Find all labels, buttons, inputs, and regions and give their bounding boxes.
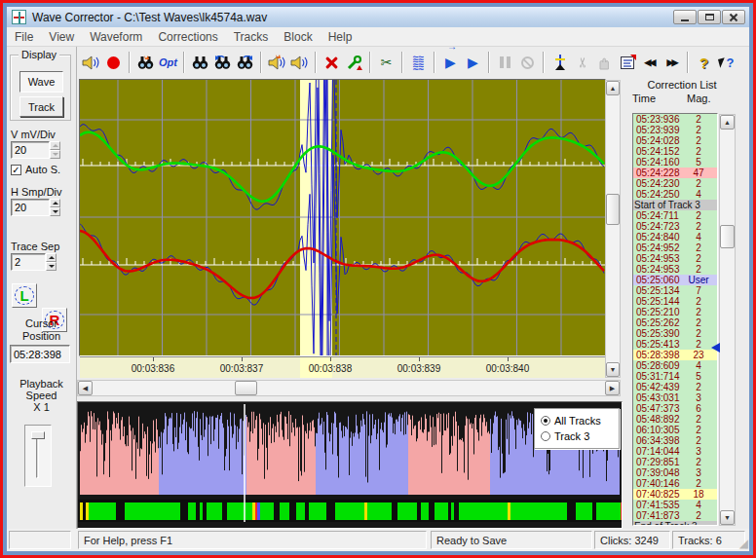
title-bar[interactable]: Wave Corrector - C:\Test Waves\lk4574a.w…: [7, 7, 749, 27]
waveform-hscrollbar[interactable]: ◀ ▶: [77, 380, 621, 396]
correction-list-scrollbar[interactable]: ▲ ▼: [719, 114, 736, 526]
list-scroll-down-button[interactable]: ▼: [720, 510, 735, 525]
prev-track-icon[interactable]: ◀◀: [638, 52, 661, 74]
hscroll-thumb[interactable]: [235, 381, 257, 395]
correction-row[interactable]: 05:28:39823: [633, 350, 717, 360]
slider-thumb[interactable]: [31, 431, 45, 439]
correction-row[interactable]: 05:31:7145: [633, 371, 717, 382]
menu-help[interactable]: Help: [321, 28, 360, 46]
correction-row[interactable]: 05:23:9392: [633, 125, 717, 135]
correction-row[interactable]: 05:24:8404: [633, 232, 717, 242]
next-track-icon[interactable]: ▶▶: [661, 52, 683, 74]
context-help-icon[interactable]: ?: [715, 52, 737, 74]
vscroll-thumb[interactable]: [606, 194, 620, 225]
radio-all-tracks[interactable]: All Tracks: [541, 413, 619, 428]
delete-correction-icon[interactable]: [321, 52, 343, 74]
radio-track-3[interactable]: Track 3: [541, 428, 619, 444]
cursor-position-field[interactable]: 05:28:398: [10, 345, 70, 363]
h-div-spinner[interactable]: [50, 199, 60, 216]
waveform-display[interactable]: [80, 80, 605, 355]
correction-row[interactable]: 05:24:2504: [633, 189, 717, 200]
correction-row[interactable]: 07:40:1462: [633, 478, 717, 489]
correction-row[interactable]: 06:10:3052: [633, 425, 717, 435]
minimize-button[interactable]: [673, 10, 697, 24]
correction-row[interactable]: 05:25:4132: [633, 339, 717, 350]
resize-grip-icon[interactable]: ◢: [739, 538, 748, 549]
trace-sep-spinner[interactable]: [46, 253, 57, 271]
find-next-icon[interactable]: [234, 52, 256, 74]
correction-row[interactable]: 07:39:0483: [633, 467, 717, 478]
scan-clicks-icon[interactable]: [134, 52, 157, 74]
find-click-icon[interactable]: [189, 52, 211, 74]
play-block-icon[interactable]: →▶: [439, 52, 462, 74]
correction-row[interactable]: 07:41:5354: [633, 500, 717, 510]
correction-row[interactable]: 05:23:9362: [633, 114, 717, 125]
waveform-vscrollbar[interactable]: ▲ ▼: [605, 80, 621, 378]
correction-row[interactable]: 05:48:8922: [633, 414, 717, 425]
insert-marker-icon[interactable]: [548, 52, 571, 74]
speaker-monitor-icon[interactable]: [80, 52, 102, 74]
playback-speed-slider[interactable]: [24, 425, 52, 487]
maximize-button[interactable]: [698, 10, 721, 24]
correction-row[interactable]: 05:24:9532: [633, 264, 717, 275]
scroll-left-button[interactable]: ◀: [78, 381, 93, 395]
correction-row[interactable]: 05:24:0282: [633, 135, 717, 146]
auto-s-checkbox[interactable]: ✓: [11, 165, 21, 175]
menu-view[interactable]: View: [41, 28, 82, 46]
wave-button[interactable]: Wave: [19, 71, 63, 93]
v-div-spinner[interactable]: [50, 141, 60, 159]
scroll-down-button[interactable]: ▼: [606, 362, 620, 377]
correction-row[interactable]: 07:14:0443: [633, 446, 717, 457]
correction-row[interactable]: 05:43:0313: [633, 392, 717, 403]
list-scroll-up-button[interactable]: ▲: [720, 115, 735, 130]
correction-row[interactable]: 05:24:9522: [633, 242, 717, 253]
menu-file[interactable]: File: [7, 28, 41, 46]
correction-row[interactable]: 05:25:3902: [633, 328, 717, 339]
correction-list[interactable]: 05:23:936205:23:939205:24:028205:24:1522…: [632, 113, 718, 526]
help-icon[interactable]: ?: [693, 52, 715, 74]
scroll-up-button[interactable]: ▲: [606, 81, 620, 95]
correction-row[interactable]: 05:25:1442: [633, 296, 717, 307]
correction-row[interactable]: 05:24:7232: [633, 221, 717, 232]
play-quiet-speaker-icon[interactable]: [288, 52, 311, 74]
menu-block[interactable]: Block: [276, 28, 320, 46]
menu-corrections[interactable]: Corrections: [150, 28, 225, 46]
left-channel-button[interactable]: L: [12, 283, 37, 308]
find-prev-icon[interactable]: [211, 52, 234, 74]
correction-row[interactable]: 07:29:8512: [633, 457, 717, 467]
smooth-block-icon[interactable]: ≈≈≈≈≈≈: [407, 52, 430, 74]
play-click-speaker-icon[interactable]: [266, 52, 288, 74]
scroll-right-button[interactable]: ▶: [605, 381, 620, 395]
track-button[interactable]: Track: [19, 96, 63, 117]
correction-row[interactable]: 05:24:22847: [633, 167, 717, 178]
cut-block-icon[interactable]: ✂: [375, 52, 397, 74]
list-scroll-thumb[interactable]: [720, 225, 735, 248]
correction-row[interactable]: 05:24:1605: [633, 157, 717, 167]
correction-row[interactable]: 05:28:6094: [633, 360, 717, 371]
correction-row[interactable]: 05:25:2102: [633, 307, 717, 317]
track-boundary-row[interactable]: Start of Track 3: [633, 200, 717, 210]
correction-row[interactable]: 05:47:3736: [633, 403, 717, 414]
correction-row[interactable]: 05:25:1347: [633, 285, 717, 296]
v-div-field[interactable]: 20: [11, 141, 50, 159]
correction-row[interactable]: 07:40:82518: [633, 489, 717, 500]
menu-tracks[interactable]: Tracks: [226, 28, 277, 46]
h-div-field[interactable]: 20: [11, 199, 50, 216]
correction-row[interactable]: 06:34:3982: [633, 435, 717, 446]
record-icon[interactable]: [102, 52, 125, 74]
track-boundary-row[interactable]: End of Track 3: [633, 521, 717, 526]
correction-row[interactable]: 05:24:2302: [633, 178, 717, 189]
correction-row[interactable]: 05:25:060User: [633, 275, 717, 285]
properties-icon[interactable]: [616, 52, 638, 74]
correction-row[interactable]: 05:25:2622: [633, 317, 717, 328]
correction-row[interactable]: 05:24:9532: [633, 253, 717, 264]
close-button[interactable]: [722, 10, 745, 24]
menu-waveform[interactable]: Waveform: [82, 28, 150, 46]
play-icon[interactable]: ▶: [462, 52, 484, 74]
restore-correction-icon[interactable]: [343, 52, 365, 74]
trace-sep-field[interactable]: 2: [11, 253, 46, 271]
correction-row[interactable]: 07:41:8732: [633, 510, 717, 521]
correction-row[interactable]: 05:42:4392: [633, 382, 717, 392]
scan-options-icon[interactable]: Opt: [157, 52, 179, 74]
correction-row[interactable]: 05:24:7112: [633, 210, 717, 221]
